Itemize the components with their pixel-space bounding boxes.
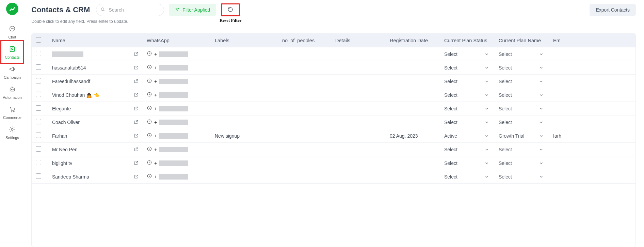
cell-no-of-peoples[interactable]	[278, 156, 331, 170]
sidebar-item-commerce[interactable]: Commerce	[2, 102, 22, 122]
plan-name-select[interactable]: Select	[499, 120, 545, 125]
cell-email[interactable]	[549, 88, 635, 102]
plan-name-select[interactable]: Select	[499, 92, 545, 98]
cell-labels[interactable]	[211, 61, 278, 75]
cell-labels[interactable]	[211, 47, 278, 61]
cell-no-of-peoples[interactable]	[278, 47, 331, 61]
cell-registration-date[interactable]	[386, 75, 440, 88]
cell-no-of-peoples[interactable]	[278, 115, 331, 129]
cell-email[interactable]	[549, 115, 635, 129]
cell-email[interactable]	[549, 170, 635, 184]
plan-status-select[interactable]: Select	[444, 79, 490, 84]
cell-email[interactable]	[549, 143, 635, 156]
table-row[interactable]: Mr Neo Pen+SelectSelect	[32, 143, 635, 156]
cell-labels[interactable]: New signup	[211, 129, 278, 143]
row-checkbox[interactable]	[36, 105, 41, 111]
open-external-icon[interactable]	[133, 92, 139, 97]
sidebar-item-automation[interactable]: Automation	[2, 82, 22, 102]
plan-name-select[interactable]: Select	[499, 51, 545, 57]
cell-details[interactable]	[331, 129, 386, 143]
cell-email[interactable]: farh	[549, 129, 635, 143]
cell-no-of-peoples[interactable]	[278, 61, 331, 75]
cell-registration-date[interactable]: 02 Aug, 2023	[386, 129, 440, 143]
cell-details[interactable]	[331, 75, 386, 88]
sidebar-item-settings[interactable]: Settings	[2, 122, 22, 142]
app-logo[interactable]	[6, 3, 18, 15]
select-all-checkbox[interactable]	[36, 37, 41, 43]
sidebar-item-campaign[interactable]: Campaign	[2, 62, 22, 82]
col-whatsapp[interactable]: WhatsApp	[143, 34, 211, 47]
col-name[interactable]: Name	[48, 34, 143, 47]
plan-status-select[interactable]: Active	[444, 133, 490, 139]
cell-no-of-peoples[interactable]	[278, 75, 331, 88]
cell-details[interactable]	[331, 156, 386, 170]
table-row[interactable]: Sandeep Sharma+SelectSelect	[32, 170, 635, 184]
row-checkbox[interactable]	[36, 64, 41, 70]
row-checkbox[interactable]	[36, 146, 41, 152]
plan-status-select[interactable]: Select	[444, 174, 490, 180]
cell-registration-date[interactable]	[386, 102, 440, 115]
cell-email[interactable]	[549, 47, 635, 61]
cell-registration-date[interactable]	[386, 88, 440, 102]
cell-no-of-peoples[interactable]	[278, 88, 331, 102]
row-checkbox[interactable]	[36, 92, 41, 97]
plan-status-select[interactable]: Select	[444, 147, 490, 152]
cell-labels[interactable]	[211, 170, 278, 184]
plan-status-select[interactable]: Select	[444, 92, 490, 98]
cell-labels[interactable]	[211, 156, 278, 170]
row-checkbox[interactable]	[36, 133, 41, 138]
cell-email[interactable]	[549, 61, 635, 75]
open-external-icon[interactable]	[133, 106, 139, 111]
cell-no-of-peoples[interactable]	[278, 143, 331, 156]
cell-registration-date[interactable]	[386, 170, 440, 184]
row-checkbox[interactable]	[36, 160, 41, 165]
cell-email[interactable]	[549, 75, 635, 88]
cell-no-of-peoples[interactable]	[278, 129, 331, 143]
table-row[interactable]: hassanaftab514+SelectSelect	[32, 61, 635, 75]
table-row[interactable]: biglight tv+SelectSelect	[32, 156, 635, 170]
row-checkbox[interactable]	[36, 119, 41, 124]
cell-registration-date[interactable]	[386, 115, 440, 129]
cell-registration-date[interactable]	[386, 47, 440, 61]
plan-status-select[interactable]: Select	[444, 65, 490, 71]
search-input[interactable]	[96, 4, 164, 16]
cell-email[interactable]	[549, 156, 635, 170]
plan-name-select[interactable]: Select	[499, 65, 545, 71]
open-external-icon[interactable]	[133, 65, 139, 70]
plan-name-select[interactable]: Select	[499, 79, 545, 84]
cell-no-of-peoples[interactable]	[278, 102, 331, 115]
cell-labels[interactable]	[211, 88, 278, 102]
cell-details[interactable]	[331, 88, 386, 102]
filter-applied-button[interactable]: Filter Applied	[169, 4, 216, 16]
plan-name-select[interactable]: Select	[499, 174, 545, 180]
plan-status-select[interactable]: Select	[444, 120, 490, 125]
table-row[interactable]: Fareedulhassandf+SelectSelect	[32, 75, 635, 88]
cell-registration-date[interactable]	[386, 143, 440, 156]
cell-details[interactable]	[331, 143, 386, 156]
cell-details[interactable]	[331, 170, 386, 184]
sidebar-item-chat[interactable]: Chat	[2, 22, 22, 42]
table-row[interactable]: Vinod Chouhan 🙇 👈+SelectSelect	[32, 88, 635, 102]
row-checkbox[interactable]	[36, 51, 41, 56]
table-row[interactable]: +SelectSelect	[32, 47, 635, 61]
col-current-plan-name[interactable]: Current Plan Name	[495, 34, 549, 47]
open-external-icon[interactable]	[133, 160, 139, 166]
open-external-icon[interactable]	[133, 120, 139, 125]
col-details[interactable]: Details	[331, 34, 386, 47]
cell-registration-date[interactable]	[386, 156, 440, 170]
col-email-partial[interactable]: Em	[549, 34, 635, 47]
col-labels[interactable]: Labels	[211, 34, 278, 47]
cell-labels[interactable]	[211, 115, 278, 129]
plan-name-select[interactable]: Select	[499, 147, 545, 152]
sidebar-item-contacts[interactable]: Contacts	[2, 42, 22, 62]
cell-details[interactable]	[331, 102, 386, 115]
plan-name-select[interactable]: Select	[499, 160, 545, 166]
cell-email[interactable]	[549, 102, 635, 115]
cell-details[interactable]	[331, 115, 386, 129]
plan-status-select[interactable]: Select	[444, 106, 490, 111]
export-contacts-button[interactable]: Export Contacts	[590, 4, 636, 16]
col-no-of-peoples[interactable]: no_of_peoples	[278, 34, 331, 47]
open-external-icon[interactable]	[133, 147, 139, 152]
row-checkbox[interactable]	[36, 173, 41, 179]
col-registration-date[interactable]: Registration Date	[386, 34, 440, 47]
